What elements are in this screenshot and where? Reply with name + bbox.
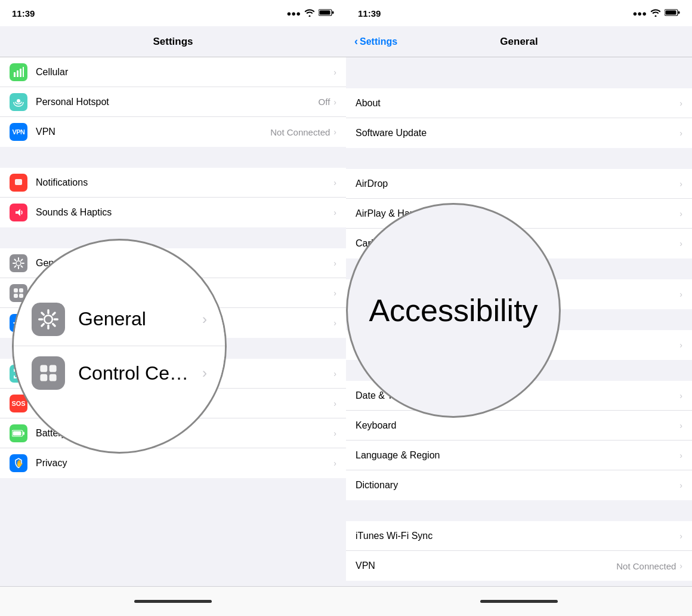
section-background: Background App Refresh › — [346, 330, 692, 360]
left-home-bar — [0, 586, 346, 616]
display-icon — [10, 314, 27, 332]
sounds-row[interactable]: Sounds & Haptics › — [0, 198, 346, 227]
cellular-chevron: › — [333, 67, 336, 77]
control-center-chevron: › — [333, 288, 336, 298]
general-vpn-value: Not Connected — [616, 561, 676, 571]
background-refresh-row[interactable]: Background App Refresh › — [346, 330, 692, 360]
top-spacer — [346, 57, 692, 62]
svg-rect-31 — [23, 432, 25, 435]
svg-rect-21 — [19, 294, 23, 298]
battery-chevron: › — [333, 429, 336, 438]
notifications-chevron: › — [333, 178, 336, 187]
dictionary-chevron: › — [679, 481, 682, 490]
right-time: 11:39 — [358, 8, 381, 19]
svg-rect-18 — [14, 288, 18, 292]
faceid-row[interactable]: Face ID & Passcode › — [0, 359, 346, 389]
home-indicator-right — [480, 600, 558, 603]
svg-line-17 — [15, 266, 16, 267]
svg-rect-4 — [17, 70, 18, 77]
faceid-label: Face ID & Passcode — [36, 368, 333, 379]
about-row[interactable]: About › — [346, 88, 692, 118]
signal-icon: ●●● — [286, 9, 301, 18]
carplay-chevron: › — [679, 239, 682, 248]
keyboard-label: Keyboard — [356, 420, 679, 431]
svg-line-14 — [15, 259, 16, 260]
hotspot-chevron: › — [333, 97, 336, 107]
general-vpn-label: VPN — [356, 560, 616, 571]
control-center-label: Control Center — [36, 288, 333, 298]
carplay-label: CarPlay — [356, 238, 679, 249]
accessibility-row[interactable]: Accessibility › — [346, 279, 692, 309]
svg-point-9 — [16, 261, 21, 266]
datetime-label: Date & Time — [356, 390, 679, 401]
notifications-row[interactable]: Notifications › — [0, 168, 346, 198]
airplay-label: AirPlay & Handoff — [356, 208, 679, 219]
general-label: General — [36, 258, 333, 269]
svg-line-15 — [21, 266, 23, 267]
svg-rect-8 — [15, 179, 22, 185]
sounds-icon — [10, 204, 27, 221]
right-phone-panel: 11:39 ●●● ‹ Settings — [346, 0, 692, 616]
right-signal-icon: ●●● — [632, 9, 647, 18]
general-chevron: › — [333, 258, 336, 268]
software-update-label: Software Update — [356, 128, 679, 138]
accessibility-label: Accessibility — [356, 289, 679, 300]
right-battery-icon — [665, 8, 680, 19]
left-phone-panel: 11:39 ●●● Settings — [0, 0, 346, 616]
vpn-row[interactable]: VPN VPN Not Connected › — [0, 117, 346, 147]
spacer-5 — [0, 499, 346, 547]
back-chevron: ‹ — [354, 35, 358, 48]
airdrop-row[interactable]: AirDrop › — [346, 169, 692, 199]
general-vpn-row[interactable]: VPN Not Connected › — [346, 551, 692, 581]
itunes-sync-chevron: › — [679, 531, 682, 541]
left-settings-list[interactable]: Cellular › Personal Hotspot Off › — [0, 57, 346, 586]
privacy-row[interactable]: ✋ Privacy › — [0, 448, 346, 478]
general-nav-title: General — [500, 36, 537, 48]
general-row[interactable]: General › — [0, 248, 346, 278]
spacer-g5 — [346, 500, 692, 521]
control-center-row[interactable]: Control Center › — [0, 278, 346, 308]
cellular-icon — [10, 63, 27, 81]
svg-point-28 — [19, 371, 20, 372]
dictionary-row[interactable]: Dictionary › — [346, 470, 692, 500]
section-itunes: iTunes Wi-Fi Sync › VPN Not Connected › — [346, 521, 692, 581]
software-update-row[interactable]: Software Update › — [346, 118, 692, 148]
battery-row-icon — [10, 424, 27, 442]
right-home-bar — [346, 586, 692, 616]
sounds-chevron: › — [333, 208, 336, 217]
back-label: Settings — [360, 36, 397, 47]
carplay-row[interactable]: CarPlay › — [346, 229, 692, 258]
display-row[interactable]: Display & Brightness › — [0, 308, 346, 338]
datetime-row[interactable]: Date & Time › — [346, 381, 692, 411]
wifi-icon — [304, 8, 315, 19]
airdrop-label: AirDrop — [356, 178, 679, 189]
airplay-row[interactable]: AirPlay & Handoff › — [346, 199, 692, 229]
language-region-row[interactable]: Language & Region › — [346, 441, 692, 470]
right-general-list[interactable]: About › Software Update › AirDrop › AirP… — [346, 57, 692, 586]
back-button[interactable]: ‹ Settings — [354, 35, 397, 48]
dictionary-label: Dictionary — [356, 480, 679, 491]
section-notifications: Notifications › Sounds & Haptics › — [0, 168, 346, 227]
display-label: Display & Brightness — [36, 318, 333, 328]
svg-rect-35 — [678, 11, 680, 14]
hotspot-label: Personal Hotspot — [36, 97, 319, 107]
emergency-sos-row[interactable]: SOS Emergency SOS › — [0, 389, 346, 418]
left-time: 11:39 — [12, 8, 35, 19]
cellular-row[interactable]: Cellular › — [0, 57, 346, 87]
section-network: Cellular › Personal Hotspot Off › — [0, 57, 346, 147]
spacer-3 — [0, 338, 346, 359]
notifications-icon — [10, 174, 27, 192]
display-chevron: › — [333, 318, 336, 328]
battery-row[interactable]: Battery › — [0, 418, 346, 448]
hotspot-row[interactable]: Personal Hotspot Off › — [0, 87, 346, 117]
spacer-g1 — [346, 148, 692, 169]
home-indicator-left — [134, 600, 212, 603]
svg-rect-19 — [19, 288, 23, 292]
airplay-chevron: › — [679, 209, 682, 218]
section-security: Face ID & Passcode › SOS Emergency SOS ›… — [0, 359, 346, 478]
section-accessibility: Accessibility › — [346, 279, 692, 309]
itunes-sync-row[interactable]: iTunes Wi-Fi Sync › — [346, 521, 692, 551]
top-spacer2 — [346, 62, 692, 88]
keyboard-row[interactable]: Keyboard › — [346, 411, 692, 441]
faceid-icon — [10, 365, 27, 383]
